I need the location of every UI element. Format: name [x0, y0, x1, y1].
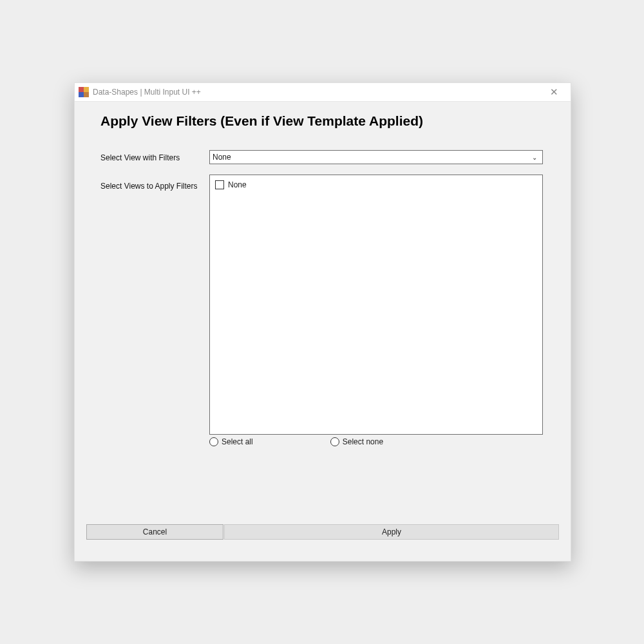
radio-label: Select none [343, 437, 383, 446]
chevron-down-icon: ⌄ [529, 154, 540, 161]
label-select-views-to-apply: Select Views to Apply Filters [100, 182, 198, 191]
page-title: Apply View Filters (Even if View Templat… [100, 113, 423, 129]
radio-select-none[interactable]: Select none [330, 437, 383, 446]
client-area: Apply View Filters (Even if View Templat… [75, 102, 571, 562]
checkbox-icon[interactable] [215, 180, 224, 189]
dialog-window: Data-Shapes | Multi Input UI ++ ✕ Apply … [74, 82, 571, 562]
label-select-view-with-filters: Select View with Filters [100, 153, 180, 162]
select-view-dropdown[interactable]: None ⌄ [209, 150, 543, 164]
app-icon [79, 87, 89, 97]
views-listbox[interactable]: None [209, 175, 543, 435]
radio-icon [330, 437, 339, 446]
cancel-button[interactable]: Cancel [86, 524, 223, 540]
list-item[interactable]: None [215, 179, 537, 191]
apply-button[interactable]: Apply [224, 524, 559, 540]
titlebar: Data-Shapes | Multi Input UI ++ ✕ [75, 83, 571, 102]
list-item-label: None [228, 180, 247, 189]
button-label: Apply [382, 527, 401, 536]
select-mode-radios: Select all Select none [209, 437, 383, 446]
dropdown-selected-text: None [213, 153, 529, 162]
close-button[interactable]: ✕ [541, 83, 567, 101]
radio-icon [209, 437, 218, 446]
window-title: Data-Shapes | Multi Input UI ++ [93, 88, 201, 97]
radio-label: Select all [222, 437, 253, 446]
button-label: Cancel [143, 527, 167, 536]
button-row: Cancel Apply [86, 524, 559, 540]
close-icon: ✕ [550, 86, 558, 98]
radio-select-all[interactable]: Select all [209, 437, 253, 446]
